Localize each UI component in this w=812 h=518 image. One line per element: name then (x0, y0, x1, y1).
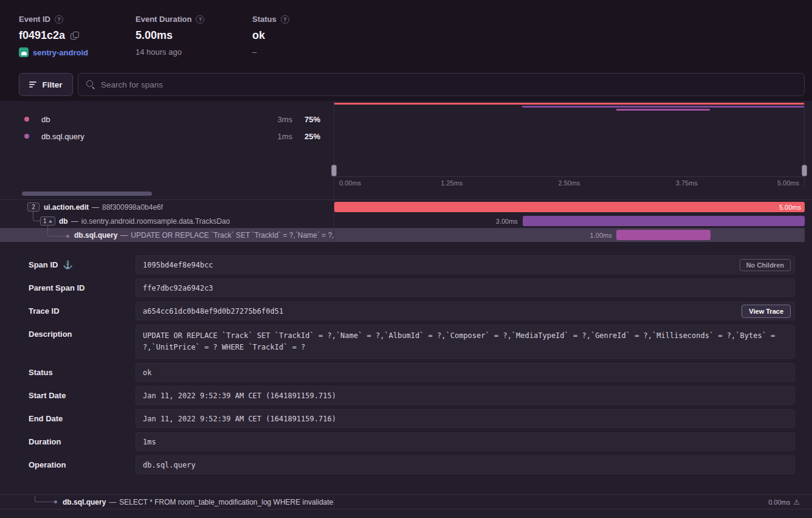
span-duration-label: 5.00ms (779, 204, 801, 211)
span-search[interactable] (78, 73, 805, 96)
detail-row-end-date: End Date Jan 11, 2022 9:52:39 AM CET (16… (29, 409, 795, 428)
event-duration-label: Event Duration (136, 15, 191, 24)
children-count-badge[interactable]: 1 (40, 216, 55, 226)
status-field: Status ? ok – (252, 15, 289, 57)
value-text: a654cc61dc0b48ef9d0b27275b6f0d51 (143, 307, 283, 316)
value-text: UPDATE OR REPLACE `Track` SET `TrackId` … (143, 331, 775, 351)
span-duration-bar[interactable] (616, 230, 710, 240)
tree-connector (33, 212, 40, 221)
span-duration-label: 0.00ms (768, 499, 790, 506)
span-description: 88f300998a0b4e6f (102, 203, 163, 212)
tree-connector (35, 496, 55, 502)
span-op: db.sql.query (74, 231, 117, 240)
axis-tick: 3.75ms (676, 179, 698, 187)
detail-label: Operation (29, 455, 66, 474)
detail-label: Parent Span ID (29, 278, 84, 297)
detail-row-duration: Duration 1ms (29, 432, 795, 451)
op-name: db (41, 115, 257, 124)
event-id-value: f0491c2a (19, 29, 65, 42)
detail-label: Description (29, 325, 72, 344)
legend-row-db-sql-query[interactable]: db.sql.query 1ms 25% (0, 128, 334, 145)
trace-minimap: db 3ms 75% db.sql.query 1ms 25% 0.00ms 1… (0, 101, 812, 188)
span-description: UPDATE OR REPLACE `Track` SET `TrackId` … (131, 231, 334, 240)
tree-scrollbar-thumb[interactable] (22, 192, 152, 196)
children-count-badge[interactable]: 2 (27, 202, 40, 212)
status-meta: – (252, 47, 256, 57)
separator: — (109, 498, 116, 506)
op-color-dot (24, 134, 29, 139)
span-description: SELECT * FROM room_table_modification_lo… (119, 498, 333, 506)
event-age: 14 hours ago (136, 47, 182, 57)
chevron-up-icon (49, 220, 52, 223)
detail-row-start-date: Start Date Jan 11, 2022 9:52:39 AM CET (… (29, 386, 795, 405)
project-platform-icon (19, 47, 29, 57)
detail-label: Status (29, 363, 53, 382)
detail-label: End Date (29, 409, 63, 428)
search-input[interactable] (101, 80, 796, 89)
status-value: ok (252, 29, 265, 42)
event-duration-value: 5.00ms (136, 29, 173, 42)
axis-tick: 5.00ms (777, 179, 799, 187)
op-percent: 75% (292, 115, 320, 124)
time-axis: 0.00ms 1.25ms 2.50ms 3.75ms 5.00ms (334, 176, 804, 188)
minimap-right-handle[interactable] (802, 165, 807, 176)
copy-icon[interactable] (71, 32, 78, 40)
tree-connector (47, 226, 68, 237)
anchor-link-icon[interactable]: ⚓ (63, 255, 72, 274)
detail-row-status: Status ok (29, 363, 795, 382)
axis-tick: 1.25ms (441, 179, 463, 187)
separator: — (120, 231, 128, 240)
span-op: ui.action.edit (44, 203, 89, 212)
span-row-db-sql-query-selected[interactable]: db.sql.query — UPDATE OR REPLACE `Track`… (0, 228, 805, 242)
help-icon[interactable]: ? (55, 15, 63, 24)
separator: — (92, 203, 99, 212)
span-row-db-sql-query-select[interactable]: db.sql.query — SELECT * FROM room_table_… (0, 494, 812, 509)
detail-row-operation: Operation db.sql.query (29, 455, 795, 474)
filter-button[interactable]: Filter (19, 73, 73, 96)
parent-span-id-value: ffe7dbc92a6942c3 (136, 278, 795, 297)
span-duration-label: 1.00ms (590, 232, 612, 239)
legend-row-db[interactable]: db 3ms 75% (0, 111, 334, 128)
minimap-left-handle[interactable] (331, 165, 337, 176)
span-op: db.sql.query (63, 498, 106, 506)
project-link[interactable]: sentry-android (33, 48, 88, 57)
value-text: 1ms (143, 438, 156, 446)
tree-connector-dot (54, 500, 57, 503)
search-icon (86, 80, 95, 89)
op-duration: 1ms (257, 132, 292, 141)
span-row-db[interactable]: 1 db — io.sentry.android.roomsample.data… (0, 214, 805, 228)
event-header: Event ID ? f0491c2a sentry-android Event… (0, 0, 812, 101)
operation-value: db.sql.query (136, 455, 795, 474)
value-text: db.sql.query (143, 461, 196, 469)
filter-icon (29, 81, 36, 88)
detail-label: Duration (29, 432, 61, 451)
help-icon[interactable]: ? (281, 15, 289, 24)
badge-count: 2 (32, 204, 35, 210)
span-id-value: 1095bd4ef8e94bcc No Children (136, 255, 795, 274)
detail-label: Start Date (29, 386, 66, 405)
detail-row-description: Description UPDATE OR REPLACE `Track` SE… (29, 325, 795, 359)
op-color-dot (24, 117, 29, 122)
value-text: ffe7dbc92a6942c3 (143, 284, 213, 292)
view-trace-button[interactable]: View Trace (741, 305, 791, 318)
span-row-ui-action-edit[interactable]: 2 ui.action.edit — 88f300998a0b4e6f 5.00… (0, 200, 805, 214)
detail-label: Trace ID (29, 302, 60, 320)
minimap-chart[interactable]: 0.00ms 1.25ms 2.50ms 3.75ms 5.00ms (334, 101, 805, 188)
span-duration-bar[interactable] (523, 216, 805, 226)
trace-id-value: a654cc61dc0b48ef9d0b27275b6f0d51 View Tr… (136, 302, 795, 320)
span-detail-panel: Span ID ⚓ 1095bd4ef8e94bcc No Children P… (0, 242, 812, 490)
start-date-value: Jan 11, 2022 9:52:39 AM CET (1641891159.… (136, 386, 795, 405)
tree-scrollbar-track (0, 188, 812, 200)
filter-button-label: Filter (42, 80, 62, 89)
help-icon[interactable]: ? (196, 15, 204, 24)
minimap-span-bar (334, 103, 804, 105)
span-description: io.sentry.android.roomsample.data.Tracks… (81, 217, 230, 226)
span-op: db (59, 217, 68, 226)
span-duration-bar[interactable] (334, 202, 805, 212)
event-id-label: Event ID (19, 15, 50, 24)
minimap-span-bar (522, 106, 804, 108)
status-value-box: ok (136, 363, 795, 382)
value-text: Jan 11, 2022 9:52:39 AM CET (1641891159.… (143, 415, 336, 423)
detail-label: Span ID (29, 255, 58, 274)
divider (334, 188, 334, 199)
